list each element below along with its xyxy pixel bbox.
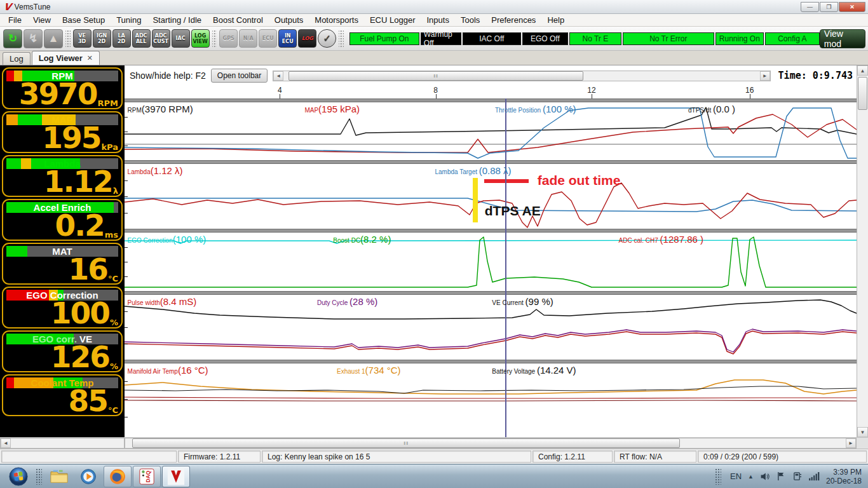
volume-icon[interactable] <box>760 472 770 481</box>
scrollbar-thumb[interactable]: ‖‖ <box>132 438 680 448</box>
chart-panel-4[interactable]: Pulse width(8.4 mS)Duty Cycle (28 %)VE C… <box>125 295 857 360</box>
signal-label-map: MAP(195 kPa) <box>304 104 360 115</box>
chart-scrollbar[interactable]: ‖‖ ► <box>125 438 857 449</box>
tab-log-viewer[interactable]: Log Viewer✕ <box>32 51 100 65</box>
menu-motorsports[interactable]: Motorsports <box>309 15 364 25</box>
scrollbar-thumb[interactable] <box>858 77 867 110</box>
adc-all-button[interactable]: ADCALL <box>132 29 151 48</box>
network-signal-icon[interactable] <box>808 472 820 481</box>
scrollbar-thumb[interactable]: ‖‖ <box>288 71 584 81</box>
signal-label-exhaust-1: Exhaust 1(734 °C) <box>337 365 401 376</box>
ign-2d-button[interactable]: IGN2D <box>93 29 111 48</box>
in-ecu-button[interactable]: INECU <box>278 29 297 48</box>
signal-label-rpm: RPM(3970 RPM) <box>128 104 193 115</box>
signal-label-ve-current: VE Current (99 %) <box>492 296 553 308</box>
check-button[interactable]: ✓ <box>318 29 336 48</box>
menu-outputs[interactable]: Outputs <box>269 15 309 25</box>
scroll-down-icon[interactable]: ▼ <box>857 427 868 437</box>
menu-starting-idle[interactable]: Starting / Idle <box>147 15 207 25</box>
axis-minor-tick <box>125 247 128 248</box>
gauge-ego-corr-ve: EGO corr. VE126% <box>2 330 123 372</box>
gauge-value: 3970RPM <box>19 81 118 107</box>
menu-preferences[interactable]: Preferences <box>485 15 541 25</box>
window-title: VemsTune <box>15 3 51 11</box>
status-config: Config: 1.2.11 <box>532 451 613 463</box>
log-view-button[interactable]: LOGVIEW <box>191 29 210 48</box>
signal-label-pulse-width: Pulse width(8.4 mS) <box>128 296 197 308</box>
chart-panel-2[interactable]: Lambda(1.12 λ)Lambda Target (0.88 λ)fade… <box>125 164 857 229</box>
log-button[interactable]: LOG <box>298 29 316 48</box>
svg-text:DAQ: DAQ <box>145 470 151 482</box>
scroll-up-icon[interactable]: ▲ <box>857 65 868 76</box>
menu-tuning[interactable]: Tuning <box>111 15 147 25</box>
time-scrollbar[interactable]: ◄ ‖‖ ► <box>273 71 770 81</box>
explorer-taskbar-item[interactable] <box>45 466 73 487</box>
scroll-right-icon[interactable]: ► <box>846 438 856 448</box>
scroll-right-icon[interactable]: ► <box>760 71 770 81</box>
menu-tools[interactable]: Tools <box>455 15 485 25</box>
status-bar: Firmware: 1.2.11Log: Kenny lean spike on… <box>0 449 868 464</box>
sync-icon[interactable]: ↻ <box>3 29 22 48</box>
axis-minor-tick <box>125 180 128 181</box>
action-center-flag-icon[interactable] <box>776 471 786 481</box>
vemstune-taskbar-item[interactable] <box>162 466 190 487</box>
menu-base-setup[interactable]: Base Setup <box>57 15 111 25</box>
menu-help[interactable]: Help <box>541 15 570 25</box>
clock[interactable]: 3:39 PM 20-Dec-18 <box>826 468 862 485</box>
signal-label-boost-dc: Boost DC(8.2 %) <box>333 234 391 245</box>
menu-boost-control[interactable]: Boost Control <box>207 15 269 25</box>
start-button[interactable] <box>4 466 32 487</box>
adc-cust-button[interactable]: ADCCUST <box>152 29 170 48</box>
open-toolbar-button[interactable]: Open toolbar <box>211 69 268 83</box>
minimize-button[interactable]: — <box>801 2 819 12</box>
firefox-taskbar-item[interactable] <box>104 466 132 487</box>
menu-file[interactable]: File <box>3 15 27 25</box>
ecu-button[interactable]: ECU <box>259 29 277 48</box>
restore-button[interactable]: ❐ <box>820 2 838 12</box>
signal-label-lambda: Lambda(1.12 λ) <box>128 165 183 177</box>
windows-taskbar: DAQ EN ▲ 3:39 PM 20-Dec-18 <box>0 464 868 488</box>
iac-button[interactable]: IAC <box>172 29 190 48</box>
status-log: Log: Kenny lean spike on 16 5 <box>262 451 531 463</box>
signal-label-throttle-position: Throttle Position (100 %) <box>495 104 576 115</box>
scroll-left-icon[interactable]: ◄ <box>1 438 11 448</box>
gps-button[interactable]: GPS <box>219 29 238 48</box>
signal-label-lambda-target: Lambda Target (0.88 λ) <box>435 165 511 177</box>
axis-tick-mark <box>280 94 280 98</box>
chart-panel-5[interactable]: Manifold Air Temp(16 °C)Exhaust 1(734 °C… <box>125 363 857 435</box>
gauge-value: 195kPa <box>42 125 118 151</box>
firefox-icon <box>109 468 126 485</box>
gauge-value: 85°C <box>69 388 118 414</box>
ve-3d-button[interactable]: VE3D <box>73 29 92 48</box>
menu-ecu-logger[interactable]: ECU Logger <box>364 15 421 25</box>
safely-remove-device-icon[interactable] <box>792 471 802 481</box>
signal-label-manifold-air-temp: Manifold Air Temp(16 °C) <box>128 365 208 376</box>
chart-panel-3[interactable]: EGO Correction(100 %)Boost DC(8.2 %)ADC … <box>125 233 857 291</box>
idaq-taskbar-item[interactable]: DAQ <box>133 466 161 487</box>
sidebar-scrollbar[interactable]: ◄ <box>0 438 125 449</box>
annotation-fade-out-time: fade out time <box>538 173 621 188</box>
flame-icon[interactable]: ▲ <box>44 29 63 48</box>
language-indicator[interactable]: EN <box>730 471 742 481</box>
vertical-scrollbar[interactable]: ▲ ▼ <box>857 65 868 437</box>
gauge-value: 1.12λ <box>44 168 118 195</box>
indicator-iac-off: IAC Off <box>463 32 521 45</box>
time-cursor-line[interactable] <box>505 98 506 437</box>
media-player-taskbar-item[interactable] <box>74 466 102 487</box>
burn-icon[interactable]: ↯ <box>24 29 43 48</box>
indicator-running-on: Running On <box>715 32 764 45</box>
tab-log[interactable]: Log <box>3 52 31 65</box>
chart-panel-1[interactable]: RPM(3970 RPM)MAP(195 kPa)Throttle Positi… <box>125 102 857 160</box>
signal-label-duty-cycle: Duty Cycle (28 %) <box>317 296 377 308</box>
menu-view[interactable]: View <box>27 15 57 25</box>
scroll-left-icon[interactable]: ◄ <box>273 71 283 81</box>
view-mode-button[interactable]: View mod <box>820 29 865 48</box>
indicator-fuel-pump-on: Fuel Pump On <box>349 32 419 45</box>
na-button[interactable]: N/A <box>239 29 257 48</box>
show-hidden-icons-chevron[interactable]: ▲ <box>748 473 754 480</box>
la-2d-button[interactable]: LA2D <box>112 29 131 48</box>
close-button[interactable]: ✕ <box>839 2 865 12</box>
tab-close-icon[interactable]: ✕ <box>87 54 93 62</box>
axis-tick-mark <box>436 94 437 98</box>
menu-inputs[interactable]: Inputs <box>421 15 455 25</box>
